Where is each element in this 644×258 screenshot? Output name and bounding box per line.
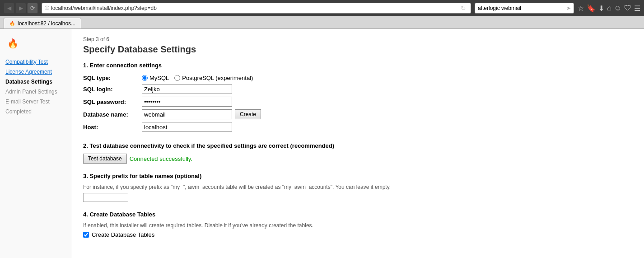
- smiley-icon[interactable]: ☺: [614, 4, 621, 12]
- sql-type-row: SQL type: MySQL PostgreSQL (experimental…: [83, 73, 265, 83]
- lock-icon: ⓘ: [45, 5, 49, 11]
- section-create-tables: 4. Create Database Tables If enabled, th…: [83, 211, 633, 238]
- prefix-description: For instance, if you specify prefix as "…: [83, 184, 633, 190]
- sidebar-item-license-agreement[interactable]: License Agreement: [5, 68, 66, 76]
- postgres-radio-label[interactable]: PostgreSQL (experimental): [174, 75, 253, 81]
- sql-login-input[interactable]: [142, 84, 232, 94]
- tab-label: localhost:82 / localhos...: [18, 20, 75, 27]
- prefix-input[interactable]: [83, 193, 128, 202]
- host-row: Host:: [83, 121, 265, 133]
- back-nav-button[interactable]: ◀: [4, 3, 14, 14]
- host-label: Host:: [83, 121, 142, 133]
- page-wrapper: 🔥 Compatibility Test License Agreement D…: [0, 29, 644, 258]
- browser-chrome: ◀ ▶ ⟳ ⓘ localhost/webmail/install/index.…: [0, 0, 644, 16]
- sidebar-logo: 🔥: [5, 36, 66, 51]
- main-content: Step 3 of 6 Specify Database Settings 1.…: [72, 29, 644, 254]
- database-name-row: Database name: Create: [83, 108, 265, 121]
- sidebar-nav: Compatibility Test License Agreement Dat…: [5, 58, 66, 116]
- shield-icon[interactable]: 🛡: [624, 4, 631, 12]
- browser-toolbar-icons: ☆ 🔖 ⬇ ⌂ ☺ 🛡 ☰: [578, 4, 640, 13]
- tab-favicon: 🔥: [9, 21, 15, 26]
- refresh-icon[interactable]: ↻: [459, 5, 468, 12]
- database-name-label: Database name:: [83, 108, 142, 121]
- test-database-button[interactable]: Test database: [83, 154, 127, 164]
- forward-nav-button[interactable]: ▶: [15, 3, 26, 14]
- connection-success-text: Connected successfully.: [130, 155, 192, 162]
- sql-password-input[interactable]: [142, 97, 232, 107]
- browser-tab[interactable]: 🔥 localhost:82 / localhos...: [4, 18, 81, 28]
- sidebar-item-admin-panel-settings: Admin Panel Settings: [5, 88, 66, 96]
- reload-nav-button[interactable]: ⟳: [27, 3, 38, 14]
- section-test-heading: 2. Test database connectivity to check i…: [83, 142, 633, 149]
- step-label: Step 3 of 6: [83, 36, 633, 42]
- download-icon[interactable]: ⬇: [598, 4, 604, 13]
- sql-password-row: SQL password:: [83, 95, 265, 108]
- section-create-tables-heading: 4. Create Database Tables: [83, 211, 633, 218]
- create-tables-checkbox-text: Create Database Tables: [92, 231, 154, 238]
- address-bar[interactable]: ⓘ localhost/webmail/install/index.php?st…: [42, 3, 471, 14]
- tab-bar: 🔥 localhost:82 / localhos...: [0, 16, 644, 29]
- mysql-label: MySQL: [149, 75, 169, 81]
- section-connection-heading: 1. Enter connection settings: [83, 62, 633, 69]
- postgres-label: PostgreSQL (experimental): [182, 75, 253, 81]
- create-tables-description: If enabled, this installer will create r…: [83, 222, 633, 229]
- mysql-radio-label[interactable]: MySQL: [142, 75, 169, 81]
- sidebar: 🔥 Compatibility Test License Agreement D…: [0, 29, 72, 258]
- sql-password-label: SQL password:: [83, 95, 142, 108]
- connection-form: SQL type: MySQL PostgreSQL (experimental…: [83, 73, 265, 133]
- sidebar-item-completed: Completed: [5, 108, 66, 116]
- section-test: 2. Test database connectivity to check i…: [83, 142, 633, 164]
- sql-type-radio-group: MySQL PostgreSQL (experimental): [142, 75, 261, 81]
- mysql-radio[interactable]: [142, 75, 148, 81]
- create-tables-checkbox[interactable]: [83, 232, 89, 238]
- section-prefix-heading: 3. Specify prefix for table names (optio…: [83, 173, 633, 179]
- postgres-radio[interactable]: [174, 75, 180, 81]
- logo-icon: 🔥: [5, 36, 20, 51]
- sql-login-row: SQL login:: [83, 83, 265, 95]
- search-text: afterlogic webmail: [478, 5, 521, 11]
- nav-buttons: ◀ ▶ ⟳: [4, 3, 38, 14]
- database-name-input[interactable]: [142, 109, 232, 119]
- sidebar-item-compatibility-test[interactable]: Compatibility Test: [5, 58, 66, 66]
- sql-login-label: SQL login:: [83, 83, 142, 95]
- section-prefix: 3. Specify prefix for table names (optio…: [83, 173, 633, 202]
- sidebar-item-database-settings: Database Settings: [5, 78, 66, 86]
- page-title: Specify Database Settings: [83, 44, 633, 55]
- test-db-row: Test database Connected successfully.: [83, 154, 633, 164]
- create-tables-checkbox-label[interactable]: Create Database Tables: [83, 231, 633, 238]
- search-arrow-icon: ➤: [566, 5, 571, 11]
- section-connection: 1. Enter connection settings SQL type: M…: [83, 62, 633, 133]
- search-bar[interactable]: afterlogic webmail ➤: [475, 3, 574, 14]
- sql-type-label: SQL type:: [83, 73, 142, 83]
- sidebar-item-email-server-test: E-mail Server Test: [5, 98, 66, 106]
- bookmark-icon[interactable]: 🔖: [587, 4, 596, 13]
- home-icon[interactable]: ⌂: [607, 4, 611, 12]
- host-input[interactable]: [142, 122, 232, 132]
- create-db-button[interactable]: Create: [235, 109, 261, 119]
- url-text: localhost/webmail/install/index.php?step…: [51, 5, 457, 11]
- db-name-row: Create: [142, 109, 261, 119]
- star-icon[interactable]: ☆: [578, 4, 584, 13]
- menu-icon[interactable]: ☰: [634, 4, 640, 13]
